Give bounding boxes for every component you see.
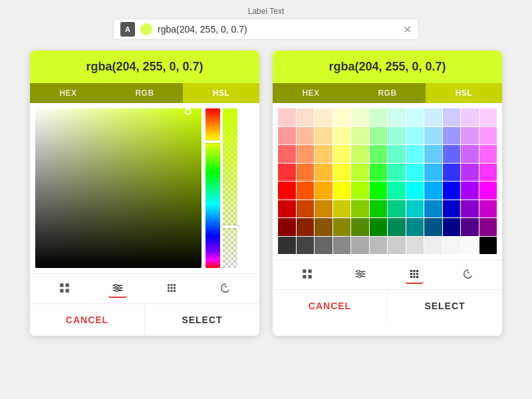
palette-cell[interactable] — [315, 218, 332, 236]
palette-cell[interactable] — [351, 218, 369, 236]
palette-cell[interactable] — [315, 182, 332, 200]
hue-slider[interactable] — [205, 108, 220, 268]
palette-cell[interactable] — [333, 164, 351, 182]
palette-cell[interactable] — [406, 237, 424, 255]
left-history-icon[interactable] — [215, 279, 234, 298]
palette-cell[interactable] — [278, 145, 296, 163]
palette-cell[interactable] — [351, 200, 369, 218]
left-cancel-button[interactable]: CANCEL — [30, 304, 144, 336]
palette-cell[interactable] — [333, 237, 351, 255]
left-grid-icon[interactable] — [55, 279, 74, 298]
palette-cell[interactable] — [351, 108, 369, 126]
palette-cell[interactable] — [370, 145, 388, 163]
palette-cell[interactable] — [461, 108, 479, 126]
palette-cell[interactable] — [278, 108, 296, 126]
palette-cell[interactable] — [406, 164, 424, 182]
palette-cell[interactable] — [315, 164, 332, 182]
palette-cell[interactable] — [351, 164, 369, 182]
palette-cell[interactable] — [315, 237, 332, 255]
left-select-button[interactable]: SELECT — [144, 304, 259, 336]
palette-cell[interactable] — [424, 218, 442, 236]
palette-cell[interactable] — [388, 218, 406, 236]
left-sliders-icon[interactable] — [108, 279, 127, 298]
opacity-slider[interactable] — [223, 108, 237, 268]
palette-cell[interactable] — [443, 237, 461, 255]
palette-cell[interactable] — [406, 145, 424, 163]
palette-cell[interactable] — [479, 237, 497, 255]
palette-cell[interactable] — [388, 108, 406, 126]
palette-cell[interactable] — [424, 145, 442, 163]
palette-cell[interactable] — [315, 127, 332, 145]
palette-cell[interactable] — [388, 127, 406, 145]
palette-cell[interactable] — [479, 145, 497, 163]
palette-cell[interactable] — [424, 164, 442, 182]
palette-cell[interactable] — [297, 218, 315, 236]
palette-cell[interactable] — [388, 145, 406, 163]
palette-cell[interactable] — [333, 127, 351, 145]
palette-cell[interactable] — [297, 200, 315, 218]
palette-cell[interactable] — [278, 200, 296, 218]
palette-cell[interactable] — [333, 108, 351, 126]
palette-cell[interactable] — [315, 145, 332, 163]
left-tab-hsl[interactable]: HSL — [183, 83, 259, 103]
palette-cell[interactable] — [443, 108, 461, 126]
palette-cell[interactable] — [461, 237, 479, 255]
palette-cell[interactable] — [424, 108, 442, 126]
palette-cell[interactable] — [388, 200, 406, 218]
palette-cell[interactable] — [351, 127, 369, 145]
left-palette-icon[interactable] — [162, 279, 181, 298]
palette-cell[interactable] — [315, 108, 332, 126]
palette-cell[interactable] — [443, 218, 461, 236]
palette-cell[interactable] — [297, 127, 315, 145]
right-tab-hsl[interactable]: HSL — [426, 83, 502, 103]
palette-cell[interactable] — [406, 200, 424, 218]
palette-cell[interactable] — [370, 127, 388, 145]
palette-cell[interactable] — [278, 237, 296, 255]
palette-cell[interactable] — [461, 145, 479, 163]
color-square[interactable] — [35, 108, 201, 268]
palette-cell[interactable] — [370, 182, 388, 200]
palette-cell[interactable] — [388, 164, 406, 182]
palette-cell[interactable] — [443, 164, 461, 182]
right-palette-icon[interactable] — [405, 265, 424, 284]
palette-cell[interactable] — [461, 164, 479, 182]
palette-cell[interactable] — [406, 218, 424, 236]
palette-cell[interactable] — [297, 237, 315, 255]
palette-cell[interactable] — [406, 127, 424, 145]
palette-cell[interactable] — [406, 182, 424, 200]
palette-cell[interactable] — [297, 164, 315, 182]
palette-cell[interactable] — [443, 127, 461, 145]
right-select-button[interactable]: SELECT — [387, 290, 502, 322]
close-icon[interactable]: ✕ — [403, 23, 412, 36]
palette-cell[interactable] — [370, 108, 388, 126]
palette-cell[interactable] — [443, 200, 461, 218]
palette-cell[interactable] — [333, 200, 351, 218]
palette-cell[interactable] — [370, 200, 388, 218]
palette-cell[interactable] — [370, 164, 388, 182]
palette-cell[interactable] — [424, 200, 442, 218]
palette-cell[interactable] — [370, 218, 388, 236]
palette-cell[interactable] — [278, 182, 296, 200]
palette-cell[interactable] — [351, 182, 369, 200]
palette-cell[interactable] — [461, 218, 479, 236]
right-tab-rgb[interactable]: RGB — [349, 83, 426, 103]
palette-cell[interactable] — [278, 127, 296, 145]
right-history-icon[interactable] — [458, 265, 477, 284]
palette-cell[interactable] — [333, 145, 351, 163]
right-grid-icon[interactable] — [298, 265, 317, 284]
palette-cell[interactable] — [388, 182, 406, 200]
palette-cell[interactable] — [479, 182, 497, 200]
palette-cell[interactable] — [315, 200, 332, 218]
palette-cell[interactable] — [278, 164, 296, 182]
palette-cell[interactable] — [333, 218, 351, 236]
right-sliders-icon[interactable] — [351, 265, 370, 284]
palette-cell[interactable] — [351, 145, 369, 163]
palette-cell[interactable] — [461, 182, 479, 200]
palette-cell[interactable] — [443, 182, 461, 200]
palette-cell[interactable] — [424, 182, 442, 200]
palette-cell[interactable] — [479, 164, 497, 182]
right-tab-hex[interactable]: HEX — [273, 83, 349, 103]
palette-cell[interactable] — [443, 145, 461, 163]
palette-cell[interactable] — [479, 108, 497, 126]
palette-cell[interactable] — [461, 200, 479, 218]
